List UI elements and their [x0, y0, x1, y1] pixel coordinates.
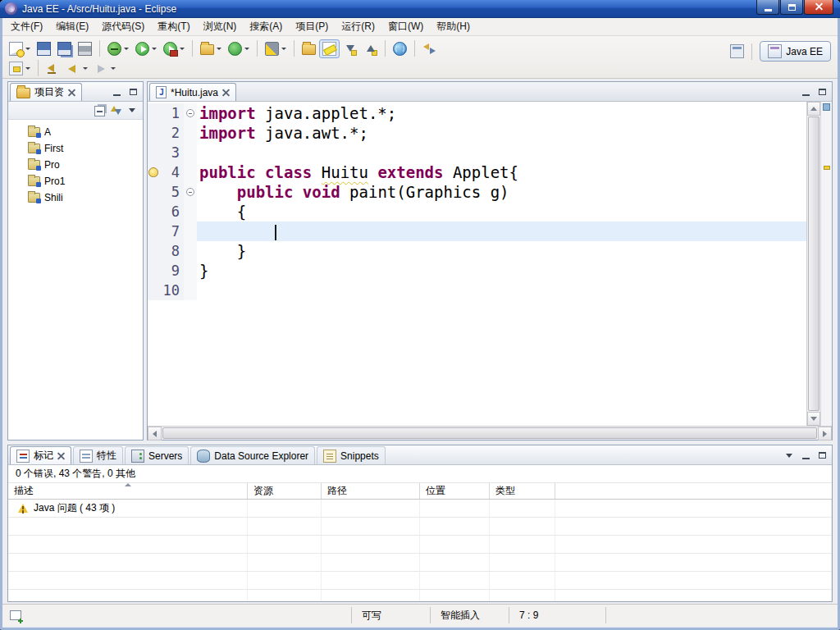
warning-lightbulb-icon[interactable] [148, 167, 158, 177]
dropdown-arrow-icon[interactable] [83, 67, 88, 70]
web-browser-button[interactable] [390, 39, 410, 58]
horizontal-scrollbar[interactable] [148, 426, 832, 440]
mark-occurrences-button[interactable] [319, 39, 340, 58]
close-window-button[interactable] [804, 0, 833, 15]
view-menu-button[interactable] [782, 449, 797, 462]
dropdown-arrow-icon[interactable] [124, 48, 129, 50]
marker-group-row[interactable]: Java 问题 ( 43 项 ) [8, 500, 832, 518]
menu-file[interactable]: 文件(F) [4, 17, 49, 36]
project-item-a[interactable]: A [8, 124, 143, 140]
project-item-first[interactable]: First [8, 140, 143, 157]
perspective-java-ee-button[interactable]: Java EE [760, 41, 831, 62]
overview-status-icon[interactable] [823, 103, 830, 111]
menu-navigate[interactable]: 浏览(N) [197, 17, 244, 36]
dropdown-arrow-icon[interactable] [25, 48, 30, 50]
code-area[interactable]: 1import java.applet.*;2import java.awt.*… [148, 102, 806, 426]
prev-annotation-button[interactable] [360, 39, 381, 58]
menu-run[interactable]: 运行(R) [335, 17, 381, 36]
project-item-pro[interactable]: Pro [8, 157, 143, 173]
close-editor-icon[interactable] [222, 89, 230, 96]
overview-warning-marker[interactable] [824, 166, 830, 170]
menu-help[interactable]: 帮助(H) [430, 17, 477, 36]
code-line-3[interactable]: 3 [148, 143, 806, 162]
scrollbar-thumb[interactable] [162, 427, 817, 439]
forward-button[interactable] [91, 59, 119, 78]
code-line-10[interactable]: 10 [148, 281, 806, 300]
scroll-down-button[interactable] [807, 412, 820, 426]
column-header-resource[interactable]: 资源 [248, 483, 322, 499]
open-resource-button[interactable] [299, 40, 319, 57]
code-line-9[interactable]: 9} [148, 261, 806, 281]
tab-data-source-explorer[interactable]: Data Source Explorer [190, 446, 315, 464]
minimize-view-button[interactable] [109, 85, 124, 98]
minimize-window-button[interactable] [756, 0, 779, 15]
fold-collapse-icon[interactable] [186, 188, 194, 196]
fast-view-button[interactable] [7, 607, 25, 623]
back-button[interactable] [63, 59, 91, 78]
link-with-editor-button[interactable] [108, 104, 123, 117]
close-view-icon[interactable] [68, 89, 75, 96]
dropdown-arrow-icon[interactable] [217, 48, 221, 50]
minimize-editor-button[interactable] [798, 85, 813, 98]
link-editor-button[interactable] [419, 39, 440, 58]
new-wizard-button[interactable] [6, 39, 34, 58]
run-button[interactable] [132, 39, 160, 58]
next-annotation-button[interactable] [340, 39, 360, 58]
close-view-icon[interactable] [57, 452, 65, 459]
tab-project-explorer[interactable]: 项目资 [10, 83, 82, 101]
column-header-description[interactable]: 描述 [8, 483, 248, 499]
code-line-7[interactable]: 7 [148, 221, 806, 241]
scroll-left-button[interactable] [148, 427, 162, 441]
dropdown-arrow-icon[interactable] [281, 48, 286, 50]
search-button[interactable] [262, 39, 290, 58]
menu-refactor[interactable]: 重构(T) [151, 17, 196, 36]
project-item-shili[interactable]: Shili [8, 189, 143, 206]
code-line-2[interactable]: 2import java.awt.*; [148, 123, 806, 143]
menu-window[interactable]: 窗口(W) [381, 17, 430, 36]
minimize-view-button[interactable] [798, 449, 813, 462]
print-button[interactable] [75, 39, 95, 58]
dropdown-arrow-icon[interactable] [244, 48, 249, 50]
tab-huitu-java[interactable]: *Huitu.java [149, 83, 236, 101]
maximize-window-button[interactable] [780, 0, 803, 15]
column-header-type[interactable]: 类型 [490, 483, 555, 499]
last-edit-location-button[interactable] [43, 59, 63, 78]
debug-button[interactable] [104, 39, 132, 58]
menu-project[interactable]: 项目(P) [289, 17, 335, 36]
tab-snippets[interactable]: Snippets [317, 446, 386, 464]
scroll-right-button[interactable] [818, 427, 832, 441]
scroll-up-button[interactable] [807, 102, 820, 116]
dropdown-arrow-icon[interactable] [180, 48, 185, 50]
overview-ruler[interactable] [820, 102, 832, 426]
titlebar[interactable]: Java EE - A/src/Huitu.java - Eclipse [0, 0, 840, 18]
vertical-scrollbar[interactable] [806, 102, 820, 426]
column-header-path[interactable]: 路径 [322, 483, 420, 499]
code-line-6[interactable]: 6 { [148, 202, 806, 221]
dropdown-arrow-icon[interactable] [25, 67, 30, 70]
save-all-button[interactable] [54, 39, 75, 58]
code-line-4[interactable]: 4public class Huitu extends Applet{ [148, 162, 806, 182]
fold-collapse-icon[interactable] [186, 109, 194, 117]
view-menu-button[interactable] [125, 104, 139, 117]
menu-search[interactable]: 搜索(A) [243, 17, 289, 36]
open-perspective-button[interactable] [727, 42, 747, 61]
dropdown-arrow-icon[interactable] [111, 67, 116, 70]
column-header-location[interactable]: 位置 [420, 483, 490, 499]
menu-edit[interactable]: 编辑(E) [49, 17, 95, 36]
tab-properties[interactable]: 特性 [73, 446, 123, 464]
tab-markers[interactable]: 标记 [10, 446, 71, 464]
scrollbar-thumb[interactable] [808, 116, 819, 411]
code-line-5[interactable]: 5 public void paint(Graphics g) [148, 182, 806, 202]
annotations-nav-button[interactable] [6, 59, 34, 78]
menu-source[interactable]: 源代码(S) [95, 17, 151, 36]
save-button[interactable] [34, 39, 54, 58]
tab-servers[interactable]: Servers [125, 446, 189, 464]
new-project-button[interactable] [197, 40, 225, 57]
code-line-1[interactable]: 1import java.applet.*; [148, 103, 806, 123]
maximize-view-button[interactable] [126, 85, 140, 98]
maximize-view-button[interactable] [815, 449, 829, 462]
new-class-button[interactable] [225, 39, 253, 58]
maximize-editor-button[interactable] [815, 85, 829, 98]
dropdown-arrow-icon[interactable] [152, 48, 157, 50]
project-item-pro1[interactable]: Pro1 [8, 173, 143, 189]
